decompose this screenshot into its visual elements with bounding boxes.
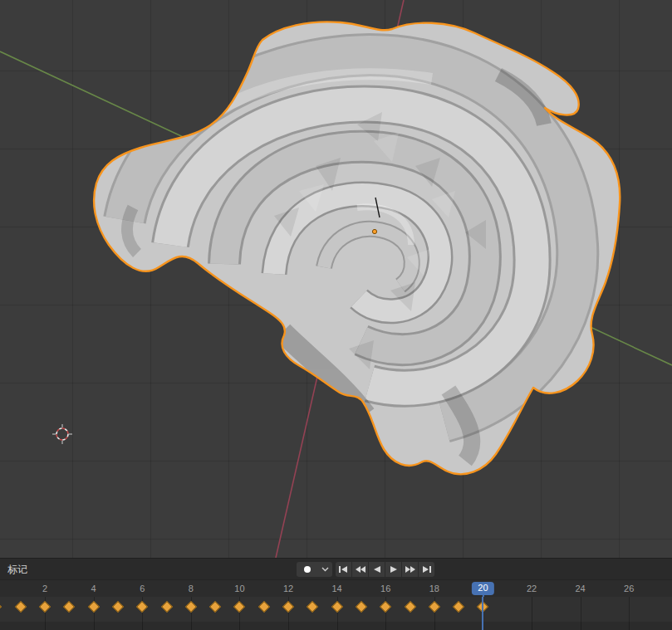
keyframe-diamond[interactable]	[380, 601, 391, 613]
frame-tick-label: 22	[527, 584, 537, 593]
frame-tick-label: 6	[140, 584, 145, 593]
mesh-object[interactable]	[0, 0, 672, 558]
frame-tick-label: 4	[91, 584, 96, 593]
markers-label: 标记	[7, 564, 27, 575]
auto-keyframe-group	[297, 562, 332, 577]
jump-to-end-button[interactable]	[419, 562, 434, 577]
keyframe-diamond[interactable]	[15, 601, 27, 613]
play-reverse-button[interactable]	[369, 562, 385, 577]
object-origin-dot	[372, 229, 376, 233]
jump-to-start-icon	[338, 565, 349, 574]
previous-keyframe-icon	[355, 565, 366, 574]
blender-window: 标记	[0, 0, 672, 630]
keyframe-diamond[interactable]	[88, 601, 100, 613]
keyframe-strip[interactable]	[0, 597, 672, 630]
frame-tick-label: 16	[380, 584, 390, 593]
keying-dropdown-button[interactable]	[318, 562, 332, 577]
jump-to-end-icon	[421, 565, 432, 574]
keyframe-diamond[interactable]	[282, 601, 294, 613]
keyframe-diamond[interactable]	[404, 601, 415, 613]
keyframe-diamond[interactable]	[160, 601, 172, 613]
keyframe-diamond[interactable]	[307, 601, 318, 613]
frame-tick-label: 2	[42, 584, 47, 593]
current-frame-badge[interactable]: 20	[472, 582, 493, 595]
frame-tick-label: 24	[575, 584, 585, 593]
play-icon	[389, 565, 399, 574]
frame-tick-label: 14	[331, 584, 341, 593]
3d-cursor	[52, 424, 72, 444]
play-reverse-icon	[372, 565, 382, 574]
keyframe-diamond[interactable]	[63, 601, 75, 613]
frame-tick-label: 8	[189, 584, 194, 593]
playhead[interactable]	[482, 597, 483, 630]
auto-keyframe-record-button[interactable]	[297, 562, 318, 577]
frame-gridline	[532, 597, 532, 630]
keyframe-diamond[interactable]	[136, 601, 148, 613]
next-keyframe-icon	[405, 565, 416, 574]
frame-tick-label: 26	[624, 584, 634, 593]
timeline-ruler[interactable]: 20 24681012141618222426	[0, 579, 672, 597]
record-dot-icon	[304, 566, 311, 573]
jump-to-start-button[interactable]	[336, 562, 351, 577]
keyframe-diamond[interactable]	[331, 601, 343, 613]
keyframe-diamond[interactable]	[258, 601, 270, 613]
viewport-canvas	[0, 0, 672, 558]
viewport-3d[interactable]	[0, 0, 672, 558]
playback-controls	[336, 562, 434, 577]
keyframe-diamond[interactable]	[112, 601, 124, 613]
keyframe-diamond[interactable]	[185, 601, 197, 613]
keyframe-diamond[interactable]	[39, 601, 51, 613]
next-keyframe-button[interactable]	[402, 562, 418, 577]
frame-tick-label: 12	[283, 584, 293, 593]
play-button[interactable]	[385, 562, 401, 577]
keyframe-diamond[interactable]	[209, 601, 221, 613]
keyframe-diamond[interactable]	[356, 601, 367, 613]
previous-keyframe-button[interactable]	[352, 562, 368, 577]
keyframe-diamond[interactable]	[453, 601, 464, 613]
keyframe-diamond[interactable]	[429, 601, 440, 613]
timeline-header: 标记	[0, 558, 672, 579]
chevron-down-icon	[321, 567, 329, 572]
frame-gridline	[629, 597, 630, 630]
frame-tick-label: 10	[234, 584, 244, 593]
frame-gridline	[581, 597, 581, 630]
keyframe-diamond[interactable]	[233, 601, 245, 613]
frame-tick-label: 18	[429, 584, 439, 593]
keyframe-diamond[interactable]	[0, 601, 2, 613]
